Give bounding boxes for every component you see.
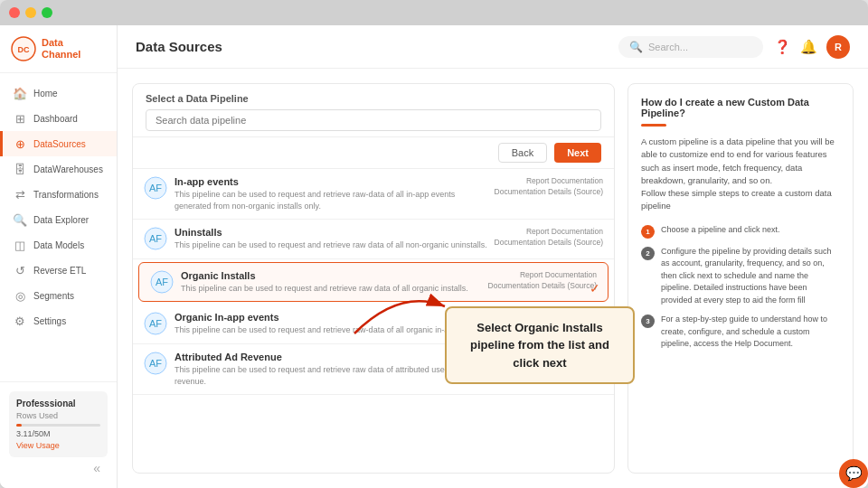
pipeline-name-in_app_events: In-app events	[175, 176, 489, 187]
rows-used-label: Rows Used	[16, 411, 100, 420]
pipeline-desc-organic_installs: This pipeline can be used to request and…	[181, 283, 483, 295]
pipeline-search-input[interactable]	[146, 109, 601, 131]
sidebar-item-label: Data Models	[33, 240, 84, 250]
help-step-1: 1 Choose a pipeline and click next.	[641, 224, 840, 239]
svg-text:AF: AF	[149, 233, 162, 244]
step-text-2: Configure the pipeline by providing deta…	[661, 246, 840, 307]
plan-name: Professsional	[16, 399, 100, 408]
pipeline-desc-in_app_events: This pipeline can be used to request and…	[175, 189, 489, 211]
sidebar-item-datasources[interactable]: ⊕ DataSources	[0, 131, 117, 156]
dashboard-icon: ⊞	[14, 112, 26, 125]
datawarehouses-icon: 🗄	[14, 163, 26, 175]
help-panel: How do I create a new Custom Data Pipeli…	[627, 83, 854, 474]
pipeline-name-organic_installs: Organic Installs	[181, 270, 483, 281]
bell-icon[interactable]: 🔔	[800, 39, 817, 55]
sidebar-item-label: Transformations	[33, 190, 99, 200]
transformations-icon: ⇄	[14, 188, 26, 201]
pipeline-item-organic_in_app_events[interactable]: AF Organic In-app events This pipeline c…	[133, 305, 614, 344]
pipeline-panel: Select a Data Pipeline Back Next AF In-a…	[132, 83, 615, 474]
sidebar-item-label: Data Explorer	[33, 215, 89, 225]
sidebar-item-label: Home	[33, 89, 58, 99]
sidebar-item-label: Dashboard	[33, 114, 78, 124]
next-button[interactable]: Next	[554, 143, 601, 163]
datasources-icon: ⊕	[14, 137, 26, 150]
help-step-3: 3 For a step-by-step guide to understand…	[641, 314, 840, 351]
sidebar-item-label: Segments	[33, 291, 74, 301]
search-icon: 🔍	[629, 41, 643, 53]
data_models-icon: ◫	[14, 239, 26, 251]
pipeline-name-uninstalls: Uninstalls	[175, 227, 489, 238]
sidebar-item-label: DataWarehouses	[33, 164, 103, 174]
step-num-1: 1	[641, 225, 655, 239]
help-icon[interactable]: ❓	[774, 39, 791, 55]
step-num-3: 3	[641, 314, 655, 328]
search-bar[interactable]: 🔍 Search...	[618, 36, 763, 58]
sidebar-item-datawarehouses[interactable]: 🗄 DataWarehouses	[0, 156, 117, 182]
svg-text:AF: AF	[149, 358, 162, 369]
back-button[interactable]: Back	[498, 143, 547, 163]
sidebar-item-label: Settings	[33, 316, 66, 326]
pipeline-link2-attributed_ad_revenue[interactable]: Documentation Details (Source)	[495, 362, 603, 371]
sidebar: DC Data Channel 🏠 Home ⊞ Dashboard ⊕ Dat…	[0, 25, 118, 488]
pipeline-panel-title: Select a Data Pipeline	[146, 93, 601, 104]
rows-count: 3.11/50M	[16, 429, 100, 438]
avatar[interactable]: R	[826, 35, 850, 59]
pipeline-item-organic_installs[interactable]: AF Organic Installs This pipeline can be…	[138, 262, 609, 303]
pipeline-item-in_app_events[interactable]: AF In-app events This pipeline can be us…	[133, 169, 614, 220]
sidebar-item-data_explorer[interactable]: 🔍 Data Explorer	[0, 207, 117, 232]
home-icon: 🏠	[14, 87, 26, 99]
segments-icon: ◎	[14, 289, 26, 302]
pipeline-name-organic_in_app_events: Organic In-app events	[175, 312, 489, 323]
help-steps: 1 Choose a pipeline and click next. 2 Co…	[641, 224, 840, 351]
pipeline-link1-in_app_events[interactable]: Report Documentation	[526, 176, 603, 185]
step-text-1: Choose a pipeline and click next.	[661, 224, 780, 239]
pipeline-link1-attributed_ad_revenue[interactable]: Report Documentation	[526, 352, 603, 361]
main-content: Data Sources 🔍 Search... ❓ 🔔 R Select a …	[118, 25, 868, 488]
pipeline-item-uninstalls[interactable]: AF Uninstalls This pipeline can be used …	[133, 220, 614, 259]
app-logo: DC Data Channel	[0, 25, 117, 73]
sidebar-item-reverse_etl[interactable]: ↺ Reverse ETL	[0, 258, 117, 283]
pipeline-name-attributed_ad_revenue: Attributed Ad Revenue	[175, 352, 489, 362]
svg-text:AF: AF	[149, 318, 162, 329]
pipeline-desc-organic_in_app_events: This pipeline can be used to request and…	[175, 324, 489, 336]
collapse-icon[interactable]: «	[93, 461, 100, 475]
logo-text: Data Channel	[42, 37, 80, 61]
help-step-2: 2 Configure the pipeline by providing de…	[641, 246, 840, 307]
svg-text:AF: AF	[149, 183, 162, 193]
help-divider	[641, 124, 666, 127]
pipeline-item-attributed_ad_revenue[interactable]: AF Attributed Ad Revenue This pipeline c…	[133, 344, 614, 395]
pipeline-desc-attributed_ad_revenue: This pipeline can be used to request and…	[175, 364, 489, 387]
pipeline-link2-organic_in_app_events[interactable]: Documentation Details (Source)	[495, 323, 603, 332]
sidebar-item-data_models[interactable]: ◫ Data Models	[0, 232, 117, 258]
help-intro: A custom pipeline is a data pipeline tha…	[641, 136, 840, 213]
sidebar-item-settings[interactable]: ⚙ Settings	[0, 308, 117, 333]
pipeline-link2-organic_installs[interactable]: Documentation Details (Source)	[488, 281, 597, 290]
view-usage-link[interactable]: View Usage	[16, 441, 100, 450]
sidebar-item-home[interactable]: 🏠 Home	[0, 80, 117, 106]
data_explorer-icon: 🔍	[14, 213, 26, 226]
sidebar-nav: 🏠 Home ⊞ Dashboard ⊕ DataSources 🗄 DataW…	[0, 73, 117, 381]
selected-check-icon: ✓	[590, 281, 600, 296]
step-num-2: 2	[641, 247, 655, 260]
main-header: Data Sources 🔍 Search... ❓ 🔔 R	[118, 25, 868, 69]
pipeline-link1-organic_installs[interactable]: Report Documentation	[520, 270, 597, 279]
pipeline-link1-uninstalls[interactable]: Report Documentation	[526, 227, 603, 236]
sidebar-item-transformations[interactable]: ⇄ Transformations	[0, 182, 117, 207]
settings-icon: ⚙	[14, 314, 26, 327]
pipeline-list: AF In-app events This pipeline can be us…	[133, 169, 614, 395]
header-icons: ❓ 🔔 R	[774, 35, 850, 59]
search-input[interactable]: Search...	[648, 42, 688, 52]
pipeline-link2-in_app_events[interactable]: Documentation Details (Source)	[495, 187, 603, 196]
pipeline-desc-uninstalls: This pipeline can be used to request and…	[175, 239, 489, 251]
pipeline-link1-organic_in_app_events[interactable]: Report Documentation	[526, 312, 603, 321]
svg-text:DC: DC	[18, 45, 30, 54]
sidebar-item-dashboard[interactable]: ⊞ Dashboard	[0, 106, 117, 131]
sidebar-footer: Professsional Rows Used 3.11/50M View Us…	[0, 381, 117, 488]
pipeline-link2-uninstalls[interactable]: Documentation Details (Source)	[495, 238, 603, 247]
svg-text:AF: AF	[156, 277, 168, 287]
step-text-3: For a step-by-step guide to understand h…	[661, 314, 840, 351]
page-title: Data Sources	[136, 39, 608, 54]
chat-button[interactable]: 💬	[839, 459, 868, 488]
sidebar-item-segments[interactable]: ◎ Segments	[0, 283, 117, 308]
sidebar-item-label: DataSources	[33, 139, 86, 149]
